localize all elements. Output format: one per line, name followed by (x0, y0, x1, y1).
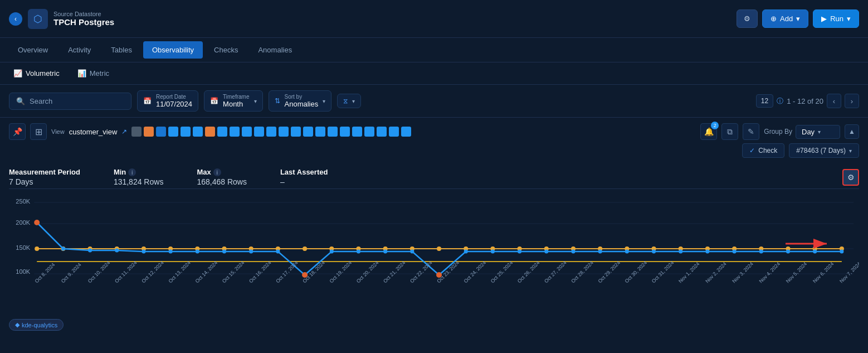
svg-point-43 (115, 249, 119, 253)
next-page-button[interactable]: › (845, 94, 859, 108)
search-placeholder: Search (30, 97, 52, 105)
prev-page-button[interactable]: ‹ (827, 94, 841, 108)
max-info-icon[interactable]: i (213, 168, 221, 176)
svg-point-44 (142, 250, 145, 254)
run-chevron-icon: ▾ (847, 14, 851, 23)
tab-overview[interactable]: Overview (9, 41, 57, 59)
group-by-area: Group By Day ▾ (764, 125, 840, 139)
tab-anomalies[interactable]: Anomalies (249, 41, 301, 59)
volumetric-icon: 📈 (13, 69, 22, 78)
check-id-button[interactable]: #78463 (7 Days) ▾ (789, 143, 859, 158)
run-button[interactable]: ▶ Run ▾ (813, 9, 859, 28)
group-by-chevron-icon: ▾ (818, 129, 821, 135)
help-icon: ⓘ (777, 96, 783, 106)
metric-period-label: Measurement Period (9, 168, 80, 176)
tab-activity[interactable]: Activity (59, 41, 100, 59)
svg-rect-0 (9, 191, 859, 297)
filter-btn[interactable]: ⧖ ▾ (337, 94, 361, 108)
page-size-select[interactable]: 12 (756, 94, 773, 108)
notification-button[interactable]: 🔔 2 (700, 123, 717, 140)
external-link-icon[interactable]: ↗ (121, 128, 127, 136)
metric-period-value: 7 Days (9, 177, 80, 186)
svg-point-66 (733, 250, 737, 254)
min-info-icon[interactable]: i (128, 168, 136, 176)
copy-button[interactable]: ⧉ (721, 123, 738, 140)
tag-label: kde-qualytics (22, 322, 57, 328)
pagination-info: 1 - 12 of 20 (787, 97, 823, 105)
gear-icon: ⚙ (744, 14, 750, 23)
volumetric-label: Volumetric (26, 69, 60, 78)
dot-blue-5 (217, 127, 227, 137)
group-by-select[interactable]: Day ▾ (796, 125, 840, 139)
svg-point-41 (61, 247, 65, 251)
app-logo: ⬡ (28, 9, 48, 29)
dot-blue-18 (377, 127, 387, 137)
svg-point-62 (625, 250, 629, 254)
dot-orange-2 (205, 127, 215, 137)
kde-qualytics-tag[interactable]: ◆ kde-qualytics (9, 319, 64, 331)
metrics-row: Measurement Period 7 Days Min i 131,824 … (9, 162, 859, 189)
chart-svg: 250K 200K 150K 100K (9, 191, 859, 297)
tab-checks[interactable]: Checks (205, 41, 247, 59)
search-icon: 🔍 (16, 97, 25, 105)
svg-point-45 (169, 250, 173, 254)
search-container[interactable]: 🔍 Search (9, 93, 131, 110)
subtab-metric[interactable]: 📊 Metric (73, 67, 114, 80)
settings-button[interactable]: ⚙ (737, 9, 758, 28)
svg-point-63 (652, 250, 656, 254)
dot-blue-9 (266, 127, 276, 137)
filter-chevron-icon: ▾ (352, 98, 355, 104)
svg-text:100K: 100K (16, 268, 30, 275)
tab-observability[interactable]: Observability (143, 41, 203, 59)
dot-blue-16 (352, 127, 362, 137)
datasource-name: TPCH Postgres (53, 17, 114, 27)
notification-badge: 2 (711, 122, 719, 129)
add-button[interactable]: ⊕ Add ▾ (762, 9, 808, 28)
svg-point-58 (518, 250, 521, 254)
svg-point-48 (249, 250, 253, 254)
timeframe-filter[interactable]: 📅 Timeframe Month ▾ (204, 90, 262, 112)
view-label: View (51, 128, 65, 135)
right-controls: 🔔 2 ⧉ ✎ Group By Day ▾ ▲ (700, 123, 859, 140)
sub-tabs: 📈 Volumetric 📊 Metric (0, 62, 868, 85)
tab-tables[interactable]: Tables (102, 41, 141, 59)
metric-max: Max i 168,468 Rows (197, 168, 247, 186)
report-date-filter[interactable]: 📅 Report Date 11/07/2024 (137, 90, 198, 112)
sort-filter[interactable]: ⇅ Sort by Anomalies ▾ (269, 90, 332, 112)
check-icon: ✓ (749, 147, 755, 154)
metric-min-label: Min i (114, 168, 164, 176)
add-icon: ⊕ (771, 14, 777, 23)
svg-point-68 (786, 250, 790, 254)
tag-icon: ◆ (15, 321, 19, 328)
svg-point-60 (571, 250, 575, 254)
subtab-volumetric[interactable]: 📈 Volumetric (9, 67, 64, 80)
svg-point-61 (598, 250, 602, 254)
check-button[interactable]: ✓ Check (742, 143, 784, 158)
svg-point-64 (679, 250, 682, 254)
datasource-type: Source Datastore (53, 11, 114, 17)
dot-blue-3 (181, 127, 191, 137)
sort-icon: ⇅ (275, 97, 280, 105)
top-header: ‹ ⬡ Source Datastore TPCH Postgres ⚙ ⊕ A… (0, 0, 868, 38)
svg-point-65 (705, 250, 709, 254)
dot-blue-10 (279, 127, 289, 137)
table-view-button[interactable]: ⊞ (30, 123, 47, 140)
filters-row: 🔍 Search 📅 Report Date 11/07/2024 📅 Time… (0, 85, 868, 118)
svg-point-9 (35, 246, 39, 251)
metric-min-value: 131,824 Rows (114, 177, 164, 186)
run-label: Run (830, 14, 843, 23)
edit-button[interactable]: ✎ (743, 123, 759, 140)
dot-blue-13 (315, 127, 325, 137)
chart-settings-button[interactable]: ⚙ (842, 169, 859, 186)
view-info: View (51, 128, 65, 135)
dot-blue-14 (328, 127, 338, 137)
pin-button[interactable]: 📌 (9, 123, 26, 140)
back-button[interactable]: ‹ (9, 12, 22, 26)
timeframe-chevron-icon: ▾ (254, 98, 257, 104)
chart-container: 250K 200K 150K 100K (9, 189, 859, 309)
dot-blue-11 (291, 127, 301, 137)
dot-gray (131, 127, 142, 137)
collapse-button[interactable]: ▲ (845, 124, 859, 139)
header-left: ‹ ⬡ Source Datastore TPCH Postgres (9, 9, 114, 29)
timeframe-icon: 📅 (210, 97, 218, 105)
